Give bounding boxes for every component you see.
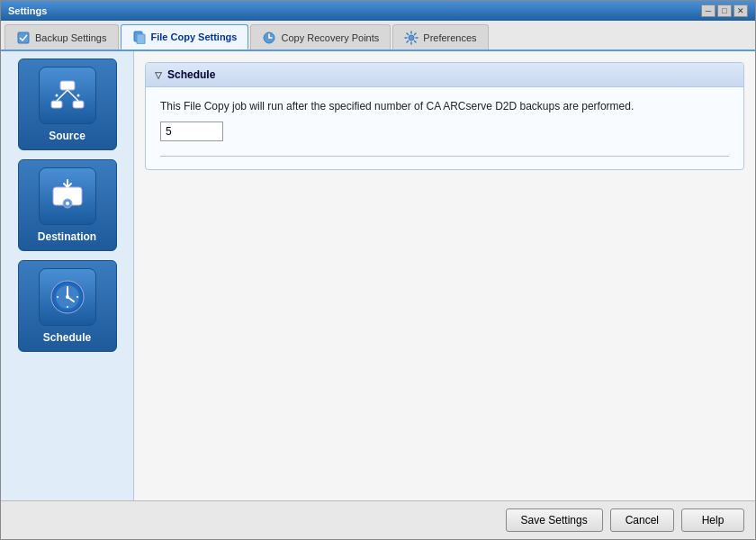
copy-recovery-icon [262,31,276,45]
backup-settings-icon [16,31,31,45]
backup-count-input[interactable] [160,122,223,141]
svg-rect-0 [18,32,29,43]
schedule-icon-box [39,268,96,326]
section-divider [160,156,729,157]
preferences-icon [404,31,418,45]
tab-file-copy-label: File Copy Settings [151,32,238,42]
schedule-label: Schedule [43,331,91,344]
tab-recovery-label: Copy Recovery Points [281,32,379,43]
tab-backup-settings[interactable]: Backup Settings [4,24,119,50]
close-button[interactable]: ✕ [734,4,748,17]
svg-line-8 [57,90,68,101]
schedule-section: ▽ Schedule This File Copy job will run a… [145,62,744,170]
svg-rect-6 [51,101,62,108]
sidebar-item-destination[interactable]: Destination [18,159,117,251]
svg-rect-2 [137,34,145,44]
footer: Save Settings Cancel Help [1,500,755,539]
section-header: ▽ Schedule [146,63,743,87]
sidebar: Source Destination [1,51,134,500]
file-copy-settings-icon [132,30,147,44]
tab-preferences[interactable]: Preferences [392,24,488,50]
section-body: This File Copy job will run after the sp… [146,87,743,169]
tab-bar: Backup Settings File Copy Settings Copy … [1,21,755,51]
minimize-button[interactable]: ─ [701,4,716,17]
source-icon-box [39,67,96,124]
svg-rect-5 [60,81,75,90]
window-title: Settings [8,5,47,16]
title-bar-buttons: ─ □ ✕ [701,4,748,17]
collapse-arrow-icon[interactable]: ▽ [155,70,162,80]
svg-point-11 [76,94,79,97]
sidebar-item-schedule[interactable]: Schedule [18,260,117,352]
title-bar: Settings ─ □ ✕ [1,1,755,21]
maximize-button[interactable]: □ [717,4,732,17]
tab-preferences-label: Preferences [423,32,476,43]
schedule-description: This File Copy job will run after the sp… [160,100,729,112]
main-panel: ▽ Schedule This File Copy job will run a… [134,51,755,500]
save-settings-button[interactable]: Save Settings [506,508,603,532]
tab-backup-label: Backup Settings [35,32,107,43]
sidebar-item-source[interactable]: Source [18,58,117,150]
svg-line-9 [68,90,78,101]
section-title: Schedule [167,68,215,81]
svg-rect-7 [73,101,84,108]
svg-point-4 [409,35,414,40]
destination-label: Destination [38,230,96,243]
tab-file-copy-settings[interactable]: File Copy Settings [121,24,249,50]
cancel-button[interactable]: Cancel [610,508,674,532]
destination-icon-box [39,167,96,225]
svg-point-14 [66,202,69,205]
settings-window: Settings ─ □ ✕ Backup Settings [0,0,756,540]
svg-point-20 [66,295,69,299]
source-label: Source [49,130,86,142]
tab-copy-recovery-points[interactable]: Copy Recovery Points [250,24,391,50]
content-area: Source Destination [1,51,755,500]
svg-point-10 [55,94,58,97]
help-button[interactable]: Help [681,508,744,532]
